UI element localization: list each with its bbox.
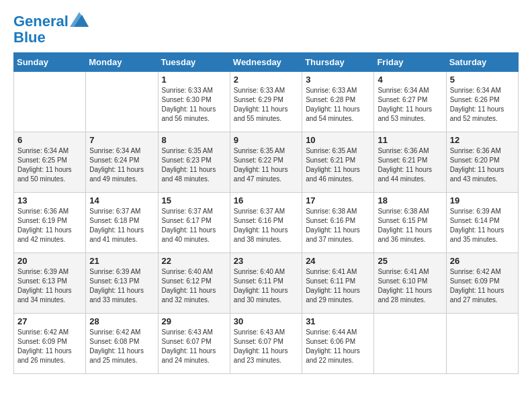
day-number: 22	[162, 256, 226, 266]
calendar-header-row: SundayMondayTuesdayWednesdayThursdayFrid…	[14, 53, 519, 72]
day-info: Sunrise: 6:44 AM Sunset: 6:06 PM Dayligh…	[306, 328, 370, 365]
day-number: 28	[89, 316, 154, 326]
calendar-cell: 23Sunrise: 6:40 AM Sunset: 6:11 PM Dayli…	[230, 253, 302, 314]
day-info: Sunrise: 6:39 AM Sunset: 6:13 PM Dayligh…	[17, 267, 82, 305]
calendar-cell: 14Sunrise: 6:37 AM Sunset: 6:18 PM Dayli…	[86, 193, 158, 253]
day-info: Sunrise: 6:35 AM Sunset: 6:21 PM Dayligh…	[306, 146, 370, 184]
calendar-week-row: 6Sunrise: 6:34 AM Sunset: 6:25 PM Daylig…	[14, 132, 519, 193]
column-header-tuesday: Tuesday	[158, 53, 230, 72]
day-info: Sunrise: 6:38 AM Sunset: 6:15 PM Dayligh…	[378, 207, 442, 244]
calendar-cell: 16Sunrise: 6:37 AM Sunset: 6:16 PM Dayli…	[230, 193, 302, 253]
day-info: Sunrise: 6:42 AM Sunset: 6:09 PM Dayligh…	[450, 267, 515, 305]
day-info: Sunrise: 6:36 AM Sunset: 6:20 PM Dayligh…	[450, 146, 515, 184]
calendar-cell: 26Sunrise: 6:42 AM Sunset: 6:09 PM Dayli…	[446, 253, 518, 314]
calendar-cell: 18Sunrise: 6:38 AM Sunset: 6:15 PM Dayli…	[374, 193, 446, 253]
day-number: 1	[162, 75, 226, 85]
calendar-cell	[86, 72, 158, 132]
day-number: 25	[378, 256, 442, 266]
day-number: 8	[162, 135, 226, 145]
day-info: Sunrise: 6:43 AM Sunset: 6:07 PM Dayligh…	[162, 328, 226, 365]
day-number: 2	[234, 75, 298, 85]
day-number: 31	[306, 316, 370, 326]
day-number: 11	[378, 135, 442, 145]
day-info: Sunrise: 6:34 AM Sunset: 6:25 PM Dayligh…	[17, 146, 82, 184]
day-info: Sunrise: 6:41 AM Sunset: 6:10 PM Dayligh…	[378, 267, 442, 305]
column-header-thursday: Thursday	[302, 53, 374, 72]
day-info: Sunrise: 6:36 AM Sunset: 6:19 PM Dayligh…	[17, 207, 82, 244]
day-info: Sunrise: 6:36 AM Sunset: 6:21 PM Dayligh…	[378, 146, 442, 184]
day-info: Sunrise: 6:40 AM Sunset: 6:11 PM Dayligh…	[234, 267, 298, 305]
calendar-cell: 27Sunrise: 6:42 AM Sunset: 6:09 PM Dayli…	[14, 314, 86, 374]
day-number: 14	[89, 195, 154, 205]
calendar-cell: 22Sunrise: 6:40 AM Sunset: 6:12 PM Dayli…	[158, 253, 230, 314]
day-number: 10	[306, 135, 370, 145]
calendar-cell: 21Sunrise: 6:39 AM Sunset: 6:13 PM Dayli…	[86, 253, 158, 314]
day-number: 18	[378, 195, 442, 205]
day-number: 15	[162, 195, 226, 205]
day-info: Sunrise: 6:35 AM Sunset: 6:23 PM Dayligh…	[162, 146, 226, 184]
calendar-cell: 19Sunrise: 6:39 AM Sunset: 6:14 PM Dayli…	[446, 193, 518, 253]
calendar-cell: 29Sunrise: 6:43 AM Sunset: 6:07 PM Dayli…	[158, 314, 230, 374]
day-number: 20	[17, 256, 82, 266]
calendar-cell: 28Sunrise: 6:42 AM Sunset: 6:08 PM Dayli…	[86, 314, 158, 374]
day-info: Sunrise: 6:42 AM Sunset: 6:09 PM Dayligh…	[17, 328, 82, 365]
day-info: Sunrise: 6:37 AM Sunset: 6:18 PM Dayligh…	[89, 207, 154, 244]
day-info: Sunrise: 6:33 AM Sunset: 6:29 PM Dayligh…	[234, 86, 298, 124]
calendar-cell	[446, 314, 518, 374]
calendar-cell: 10Sunrise: 6:35 AM Sunset: 6:21 PM Dayli…	[302, 132, 374, 193]
calendar-week-row: 20Sunrise: 6:39 AM Sunset: 6:13 PM Dayli…	[14, 253, 519, 314]
day-number: 21	[89, 256, 154, 266]
calendar-week-row: 13Sunrise: 6:36 AM Sunset: 6:19 PM Dayli…	[14, 193, 519, 253]
day-number: 7	[89, 135, 154, 145]
calendar-cell: 13Sunrise: 6:36 AM Sunset: 6:19 PM Dayli…	[14, 193, 86, 253]
calendar-cell: 7Sunrise: 6:34 AM Sunset: 6:24 PM Daylig…	[86, 132, 158, 193]
day-number: 29	[162, 316, 226, 326]
calendar-cell: 20Sunrise: 6:39 AM Sunset: 6:13 PM Dayli…	[14, 253, 86, 314]
day-number: 4	[378, 75, 442, 85]
day-number: 5	[450, 75, 515, 85]
calendar-cell: 4Sunrise: 6:34 AM Sunset: 6:27 PM Daylig…	[374, 72, 446, 132]
day-number: 6	[17, 135, 82, 145]
calendar-cell: 25Sunrise: 6:41 AM Sunset: 6:10 PM Dayli…	[374, 253, 446, 314]
day-info: Sunrise: 6:42 AM Sunset: 6:08 PM Dayligh…	[89, 328, 154, 365]
day-info: Sunrise: 6:34 AM Sunset: 6:24 PM Dayligh…	[89, 146, 154, 184]
calendar-table: SundayMondayTuesdayWednesdayThursdayFrid…	[13, 52, 519, 374]
day-info: Sunrise: 6:34 AM Sunset: 6:27 PM Dayligh…	[378, 86, 442, 124]
calendar-cell: 3Sunrise: 6:33 AM Sunset: 6:28 PM Daylig…	[302, 72, 374, 132]
calendar-cell: 8Sunrise: 6:35 AM Sunset: 6:23 PM Daylig…	[158, 132, 230, 193]
calendar-cell: 9Sunrise: 6:35 AM Sunset: 6:22 PM Daylig…	[230, 132, 302, 193]
column-header-friday: Friday	[374, 53, 446, 72]
day-info: Sunrise: 6:35 AM Sunset: 6:22 PM Dayligh…	[234, 146, 298, 184]
day-number: 16	[234, 195, 298, 205]
calendar-cell: 6Sunrise: 6:34 AM Sunset: 6:25 PM Daylig…	[14, 132, 86, 193]
day-number: 13	[17, 195, 82, 205]
page-header: General Blue	[13, 13, 519, 46]
calendar-cell: 2Sunrise: 6:33 AM Sunset: 6:29 PM Daylig…	[230, 72, 302, 132]
calendar-cell: 5Sunrise: 6:34 AM Sunset: 6:26 PM Daylig…	[446, 72, 518, 132]
column-header-monday: Monday	[86, 53, 158, 72]
calendar-cell: 11Sunrise: 6:36 AM Sunset: 6:21 PM Dayli…	[374, 132, 446, 193]
day-number: 26	[450, 256, 515, 266]
day-number: 19	[450, 195, 515, 205]
day-info: Sunrise: 6:33 AM Sunset: 6:28 PM Dayligh…	[306, 86, 370, 124]
calendar-cell	[14, 72, 86, 132]
day-number: 24	[306, 256, 370, 266]
day-number: 30	[234, 316, 298, 326]
day-info: Sunrise: 6:37 AM Sunset: 6:16 PM Dayligh…	[234, 207, 298, 244]
day-number: 12	[450, 135, 515, 145]
day-number: 27	[17, 316, 82, 326]
calendar-cell	[374, 314, 446, 374]
calendar-week-row: 1Sunrise: 6:33 AM Sunset: 6:30 PM Daylig…	[14, 72, 519, 132]
day-info: Sunrise: 6:39 AM Sunset: 6:13 PM Dayligh…	[89, 267, 154, 305]
calendar-cell: 24Sunrise: 6:41 AM Sunset: 6:11 PM Dayli…	[302, 253, 374, 314]
calendar-cell: 31Sunrise: 6:44 AM Sunset: 6:06 PM Dayli…	[302, 314, 374, 374]
column-header-wednesday: Wednesday	[230, 53, 302, 72]
column-header-sunday: Sunday	[14, 53, 86, 72]
day-info: Sunrise: 6:33 AM Sunset: 6:30 PM Dayligh…	[162, 86, 226, 124]
day-number: 23	[234, 256, 298, 266]
calendar-week-row: 27Sunrise: 6:42 AM Sunset: 6:09 PM Dayli…	[14, 314, 519, 374]
day-info: Sunrise: 6:34 AM Sunset: 6:26 PM Dayligh…	[450, 86, 515, 124]
day-info: Sunrise: 6:43 AM Sunset: 6:07 PM Dayligh…	[234, 328, 298, 365]
calendar-body: 1Sunrise: 6:33 AM Sunset: 6:30 PM Daylig…	[14, 72, 519, 374]
calendar-cell: 12Sunrise: 6:36 AM Sunset: 6:20 PM Dayli…	[446, 132, 518, 193]
